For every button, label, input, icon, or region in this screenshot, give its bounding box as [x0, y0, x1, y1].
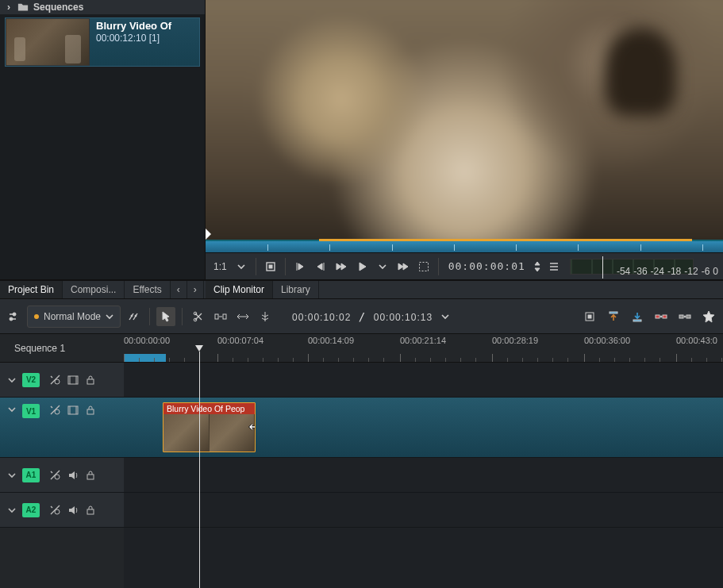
svg-rect-15: [656, 315, 660, 318]
hide-track-button[interactable]: [49, 404, 62, 417]
go-to-in-button[interactable]: [290, 257, 310, 276]
svg-point-5: [131, 315, 133, 317]
svg-point-4: [10, 317, 13, 321]
timeline-ruler[interactable]: 00:00:00:0000:00:07:0400:00:14:0900:00:2…: [124, 334, 723, 363]
timecode-spinner-icon[interactable]: [532, 257, 543, 276]
audio-level-scale: -54-36-24-18-12-60: [617, 266, 718, 277]
track-row-v1[interactable]: Blurry Video Of Peop: [124, 398, 723, 458]
ruler-label: 00:00:21:14: [400, 336, 446, 345]
go-to-out-button[interactable]: [311, 257, 330, 276]
spacer-tool-button[interactable]: [211, 307, 230, 326]
sequences-folder-header[interactable]: › Sequences: [0, 0, 205, 14]
tab-clip-monitor[interactable]: Clip Monitor: [206, 281, 273, 298]
svg-point-20: [684, 316, 686, 317]
lock-track-button[interactable]: [84, 469, 97, 482]
tab-project-bin[interactable]: Project Bin: [0, 281, 63, 298]
chevron-down-icon[interactable]: [232, 257, 251, 276]
razor-tool-button[interactable]: [189, 307, 208, 326]
svg-rect-14: [633, 320, 641, 321]
track-header-v1[interactable]: V1: [0, 398, 124, 458]
mixer-button[interactable]: [580, 307, 599, 326]
track-header-a1[interactable]: A1: [0, 458, 124, 493]
lock-track-button[interactable]: [84, 374, 97, 386]
timeline-tracks-area[interactable]: 00:00:00:0000:00:07:0400:00:14:0900:00:2…: [124, 334, 723, 588]
zoom-level-label[interactable]: 1:1: [210, 261, 230, 272]
monitor-timecode[interactable]: 00:00:00:01: [444, 260, 530, 272]
level-mark: -54: [617, 266, 630, 277]
timeline-clip[interactable]: Blurry Video Of Peop: [163, 402, 256, 452]
collapse-track-icon[interactable]: [6, 505, 17, 516]
right-tabstrip: Clip MonitorLibrary: [206, 280, 723, 299]
playhead[interactable]: [199, 352, 200, 588]
monitor-viewport[interactable]: [206, 0, 723, 240]
ruler-label: 00:00:36:00: [584, 336, 630, 345]
level-mark: -24: [651, 266, 664, 277]
set-in-point-button[interactable]: [261, 257, 280, 276]
speaker-icon[interactable]: [67, 469, 79, 482]
chevron-down-icon[interactable]: [373, 257, 392, 276]
film-icon[interactable]: [67, 404, 79, 417]
tabs-scroll-right-button[interactable]: ›: [187, 281, 204, 298]
sequence-name-label[interactable]: Sequence 1: [0, 334, 124, 363]
selection-tool-button[interactable]: [156, 307, 175, 326]
track-tag[interactable]: A1: [22, 468, 40, 482]
speaker-icon[interactable]: [67, 504, 79, 517]
tab-library[interactable]: Library: [273, 281, 319, 298]
track-header-a2[interactable]: A2: [0, 493, 124, 528]
fast-forward-button[interactable]: [394, 257, 413, 276]
hide-track-button[interactable]: [49, 504, 62, 517]
timeline-zone-marker[interactable]: [124, 354, 166, 362]
level-mark: -12: [684, 266, 698, 277]
track-row-a2[interactable]: [124, 493, 723, 528]
svg-rect-28: [87, 475, 94, 479]
hide-track-button[interactable]: [49, 374, 62, 386]
monitor-in-marker-icon: [206, 229, 211, 240]
svg-rect-9: [215, 314, 218, 319]
compositions-button[interactable]: [124, 307, 143, 326]
collapse-track-icon[interactable]: [6, 470, 17, 481]
edit-mode-select[interactable]: Normal Mode: [27, 306, 121, 328]
insert-below-button[interactable]: [628, 307, 647, 326]
lock-track-button[interactable]: [84, 404, 97, 417]
bin-item[interactable]: Blurry Video Of 00:00:12:10 [1]: [5, 17, 200, 67]
rewind-button[interactable]: [332, 257, 351, 276]
overwrite-clip-button[interactable]: [652, 307, 671, 326]
frame-bounds-button[interactable]: [414, 257, 433, 276]
svg-rect-16: [663, 315, 667, 318]
resize-horizontal-icon[interactable]: [248, 422, 256, 433]
tab-composi-[interactable]: Composi...: [63, 281, 125, 298]
track-headers-column: Sequence 1 V2V1A1A2: [0, 334, 124, 588]
insert-clip-button[interactable]: [675, 307, 694, 326]
svg-point-27: [55, 475, 60, 479]
track-tag[interactable]: A2: [22, 503, 40, 517]
track-row-v2[interactable]: [124, 363, 723, 398]
favorite-button[interactable]: [699, 307, 718, 326]
tabs-scroll-left-button[interactable]: ‹: [171, 281, 187, 298]
track-tag[interactable]: V2: [22, 373, 40, 387]
track-header-v2[interactable]: V2: [0, 363, 124, 398]
track-row-a1[interactable]: [124, 458, 723, 493]
svg-point-21: [55, 379, 60, 384]
play-button[interactable]: [352, 257, 371, 276]
lock-track-button[interactable]: [84, 504, 97, 517]
svg-point-24: [55, 409, 60, 414]
collapse-track-icon[interactable]: [6, 375, 17, 386]
chevron-down-icon: [106, 313, 113, 321]
film-icon[interactable]: [67, 374, 79, 386]
insert-above-button[interactable]: [604, 307, 623, 326]
snap-button[interactable]: [256, 307, 275, 326]
chevron-down-icon[interactable]: [436, 307, 455, 326]
ruler-label: 00:00:43:0: [676, 336, 717, 345]
hamburger-menu-button[interactable]: [544, 257, 563, 276]
tab-effects[interactable]: Effects: [125, 281, 170, 298]
monitor-scrub-bar[interactable]: [206, 240, 723, 252]
left-tabstrip: Project BinComposi...Effects‹›: [0, 280, 206, 299]
svg-point-6: [135, 315, 137, 317]
collapse-track-icon[interactable]: [6, 404, 17, 415]
track-settings-button[interactable]: [5, 307, 24, 326]
svg-point-29: [55, 509, 60, 514]
hide-track-button[interactable]: [49, 469, 62, 482]
track-tag[interactable]: V1: [22, 404, 40, 418]
timeline-toolbar: Normal Mode 00:00:10:02 / 00:00:10:13: [0, 299, 723, 334]
fit-zoom-button[interactable]: [233, 307, 252, 326]
